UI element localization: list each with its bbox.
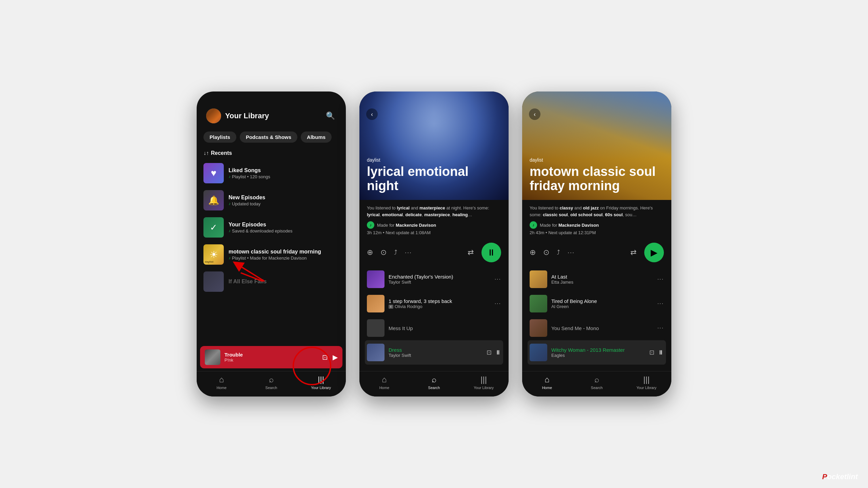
library-title: Your Library <box>225 111 269 120</box>
nav-home-2[interactable]: ⌂ Home <box>359 375 409 390</box>
play-pause-icon[interactable]: ▶ <box>333 353 338 361</box>
download-icon-3[interactable]: ⊙ <box>543 248 549 257</box>
more-icon[interactable]: ··· <box>405 249 412 256</box>
library-item-liked[interactable]: ♥ Liked Songs ♪ Playlist • 120 songs <box>201 160 342 187</box>
device-icon-dress[interactable]: ⊡ <box>487 349 492 356</box>
filter-playlists[interactable]: Playlists <box>203 131 236 143</box>
library-item-if-all-else[interactable]: If All Else Fails <box>201 268 342 295</box>
play-button-3[interactable] <box>644 243 664 262</box>
back-button-3[interactable]: ‹ <box>529 108 540 120</box>
track-item-dress[interactable]: Dress Taylor Swift ⊡ ⏸ <box>365 340 503 365</box>
share-icon-3[interactable]: ⤴ <box>557 249 560 256</box>
home-label-3: Home <box>542 386 552 390</box>
track-more-at-last[interactable]: ··· <box>657 276 664 282</box>
now-playing-controls: ⊡ ▶ <box>322 353 338 361</box>
track-item-enchanted[interactable]: Enchanted (Taylor's Version) Taylor Swif… <box>365 267 503 291</box>
track-item-mess[interactable]: Mess It Up <box>365 316 503 340</box>
track-name-tired: Tired of Being Alone <box>551 298 653 304</box>
liked-songs-art: ♥ <box>203 163 224 183</box>
home-label: Home <box>217 386 226 390</box>
library-item-your-episodes[interactable]: ✓ Your Episodes ♪ Saved & downloaded epi… <box>201 214 342 241</box>
now-playing-artist: P!nk <box>224 358 318 363</box>
now-playing-bar[interactable]: Trouble P!nk ⊡ ▶ <box>200 346 342 368</box>
track-item-at-last[interactable]: At Last Etta James ··· <box>528 267 666 291</box>
filter-albums[interactable]: Albums <box>301 131 332 143</box>
meta-description-3: You listened to classy and old jazz on F… <box>530 205 664 218</box>
spotify-logo-3: ♪ <box>530 221 537 229</box>
pause-icon <box>487 247 496 258</box>
track-info-olivia: 1 step forward, 3 steps back E Olivia Ro… <box>389 298 491 309</box>
nav-library[interactable]: ||| Your Library <box>296 375 346 390</box>
library-item-new-episodes[interactable]: 🔔 New Episodes ♪ Updated today <box>201 187 342 214</box>
download-icon[interactable]: ⊙ <box>380 248 387 257</box>
track-artist-olivia: E Olivia Rodrigo <box>389 304 491 309</box>
library-item-motown[interactable]: ☀ motown classic soul friday morning ♪ P… <box>201 241 342 268</box>
playlist-icon2: ♪ <box>229 256 231 260</box>
home-icon-3: ⌂ <box>545 375 550 384</box>
library-icon-2: ||| <box>480 375 487 384</box>
track-artist-tired: Al Green <box>551 304 653 309</box>
track-name-olivia: 1 step forward, 3 steps back <box>389 298 491 304</box>
track-item-tired[interactable]: Tired of Being Alone Al Green ··· <box>528 291 666 316</box>
filter-podcasts[interactable]: Podcasts & Shows <box>240 131 297 143</box>
track-art-send <box>530 319 547 337</box>
now-playing-art <box>205 349 220 365</box>
track-more-enchanted[interactable]: ··· <box>495 276 501 282</box>
search-label-2: Search <box>428 386 440 390</box>
back-button[interactable]: ‹ <box>366 108 378 120</box>
add-icon-3[interactable]: ⊕ <box>530 248 536 257</box>
motown-info: motown classic soul friday morning ♪ Pla… <box>229 249 339 261</box>
track-art-dress <box>367 344 384 361</box>
track-name-at-last: At Last <box>551 274 653 280</box>
track-artist-witchy: Eagles <box>551 353 645 358</box>
nav-search[interactable]: ⌕ Search <box>246 375 296 390</box>
library-label: Your Library <box>311 386 331 390</box>
track-art-olivia <box>367 295 384 312</box>
track-info-mess: Mess It Up <box>389 325 501 331</box>
motown-art: ☀ <box>203 244 224 265</box>
library-label-3: Your Library <box>636 386 656 390</box>
nav-search-2[interactable]: ⌕ Search <box>409 375 459 390</box>
track-list-3: At Last Etta James ··· Tired of Being Al… <box>522 267 671 371</box>
track-more-send[interactable]: ··· <box>657 325 664 331</box>
track-artist-at-last: Etta James <box>551 280 653 285</box>
avatar[interactable] <box>206 108 221 123</box>
track-art-enchanted <box>367 270 384 288</box>
device-icon[interactable]: ⊡ <box>322 353 328 361</box>
add-icon[interactable]: ⊕ <box>367 248 373 257</box>
hero-title-3: motown classic soul friday morning <box>530 165 664 193</box>
new-episodes-art: 🔔 <box>203 190 224 210</box>
track-item-olivia[interactable]: 1 step forward, 3 steps back E Olivia Ro… <box>365 291 503 316</box>
track-more-olivia[interactable]: ··· <box>495 301 501 307</box>
nav-home-3[interactable]: ⌂ Home <box>522 375 572 390</box>
nav-library-2[interactable]: ||| Your Library <box>459 375 509 390</box>
controls-left-3: ⊕ ⊙ ⤴ ··· <box>530 248 575 257</box>
more-icon-3[interactable]: ··· <box>568 249 575 256</box>
library-list: ♥ Liked Songs ♪ Playlist • 120 songs 🔔 N… <box>197 160 346 343</box>
track-item-send[interactable]: You Send Me - Mono ··· <box>528 316 666 340</box>
shuffle-button-3[interactable]: ⇄ <box>627 246 639 259</box>
track-more-tired[interactable]: ··· <box>657 301 664 307</box>
track-info-dress: Dress Taylor Swift <box>389 347 482 358</box>
your-episodes-info: Your Episodes ♪ Saved & downloaded episo… <box>229 222 339 233</box>
saved-icon: ♪ <box>229 228 231 233</box>
nav-search-3[interactable]: ⌕ Search <box>572 375 622 390</box>
track-name-dress: Dress <box>389 347 482 353</box>
pause-icon-dress[interactable]: ⏸ <box>495 349 501 356</box>
controls-left: ⊕ ⊙ ⤴ ··· <box>367 248 412 257</box>
pause-button[interactable] <box>481 243 501 262</box>
motown-sub: ♪ Playlist • Made for Mackenzie Davison <box>229 256 339 261</box>
share-icon[interactable]: ⤴ <box>394 249 397 256</box>
shuffle-button[interactable]: ⇄ <box>465 246 477 259</box>
track-artist-enchanted: Taylor Swift <box>389 280 491 285</box>
nav-home[interactable]: ⌂ Home <box>197 375 246 390</box>
pause-icon-witchy[interactable]: ⏸ <box>658 349 664 356</box>
bottom-nav-2: ⌂ Home ⌕ Search ||| Your Library <box>359 371 509 396</box>
track-controls-witchy: ⊡ ⏸ <box>649 349 664 356</box>
nav-library-3[interactable]: ||| Your Library <box>622 375 671 390</box>
track-item-witchy[interactable]: Witchy Woman - 2013 Remaster Eagles ⊡ ⏸ <box>528 340 666 365</box>
search-label: Search <box>265 386 277 390</box>
device-icon-witchy[interactable]: ⊡ <box>649 349 654 356</box>
track-art-tired <box>530 295 547 312</box>
search-button[interactable]: 🔍 <box>324 110 336 122</box>
